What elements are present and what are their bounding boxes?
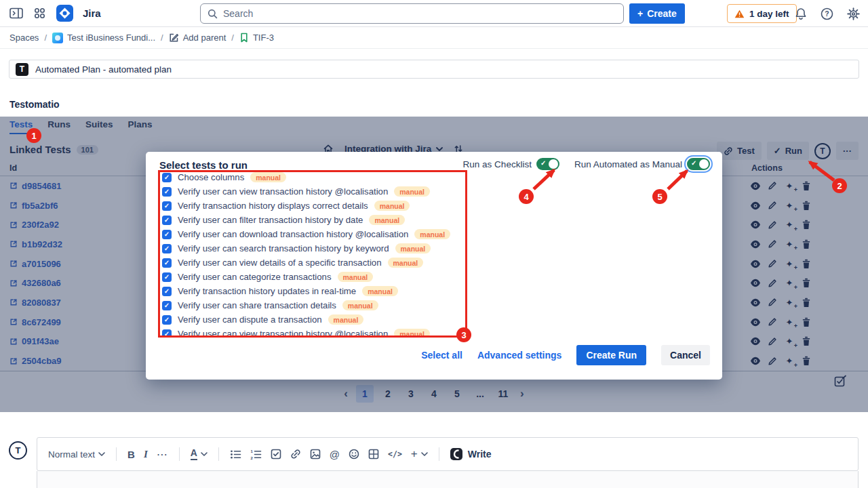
section-heading: Testomatio (9, 99, 60, 110)
testomatio-editor-logo-icon[interactable]: T (9, 441, 27, 460)
breadcrumb-spaces[interactable]: Spaces (9, 33, 39, 43)
modal-title: Select tests to run (159, 159, 248, 171)
breadcrumb-add-parent[interactable]: Add parent (169, 33, 226, 43)
sidebar-toggle-icon[interactable] (8, 6, 24, 20)
run-automated-as-manual-label: Run Automated as Manual (574, 159, 682, 169)
test-label: Choose columns (178, 172, 244, 182)
manual-badge: manual (394, 329, 430, 338)
italic-button[interactable]: I (144, 449, 148, 460)
automated-plan-title: Automated Plan - automated plan (35, 64, 172, 75)
test-checkbox[interactable]: ✓ (162, 216, 172, 225)
modal-footer: Select all Advanced settings Create Run … (421, 345, 710, 365)
run-automated-as-manual-toggle-row: Run Automated as Manual (574, 158, 710, 170)
test-checkbox[interactable]: ✓ (162, 315, 172, 325)
app-name: Jira (83, 7, 101, 19)
test-checkbox-row: ✓ Verify transaction history updates in … (162, 284, 596, 298)
manual-badge: manual (342, 300, 378, 310)
breadcrumb-separator (231, 33, 234, 43)
task-list-button[interactable] (271, 449, 281, 460)
chevron-down-icon (201, 452, 208, 456)
test-checkbox-list: ✓ Choose columns manual ✓ Verify user ca… (162, 170, 596, 338)
manual-badge: manual (395, 243, 431, 253)
run-as-checklist-toggle[interactable] (536, 158, 559, 170)
notifications-icon[interactable] (793, 6, 808, 22)
test-checkbox-row: ✓ Verify user can view transaction histo… (162, 327, 596, 338)
text-color-button[interactable]: A (191, 448, 208, 460)
breadcrumb-separator (44, 33, 47, 43)
more-formatting-button[interactable]: ⋯ (157, 448, 168, 461)
bookmark-icon (239, 33, 249, 43)
testomatio-logo-icon: T (16, 63, 28, 76)
test-checkbox[interactable]: ✓ (162, 187, 172, 197)
manual-badge: manual (328, 314, 364, 325)
search-input[interactable] (223, 8, 616, 19)
select-all-link[interactable]: Select all (421, 350, 462, 361)
svg-text:1: 1 (250, 449, 253, 453)
test-label: Verify user can categorize transactions (178, 272, 332, 282)
cancel-button[interactable]: Cancel (661, 345, 710, 365)
test-checkbox[interactable]: ✓ (162, 287, 172, 296)
test-checkbox-row: ✓ Verify transaction history displays co… (162, 199, 596, 213)
test-label: Verify user can download transaction his… (178, 229, 408, 239)
top-nav: Jira + Create 1 day left ? (0, 0, 868, 27)
write-button[interactable]: Write (450, 448, 492, 460)
run-as-checklist-label: Run as Checklist (463, 159, 532, 169)
create-button[interactable]: + Create (629, 3, 685, 24)
manual-badge: manual (388, 258, 424, 268)
test-checkbox-row: ✓ Verify user can dispute a transaction … (162, 312, 596, 327)
modal-toggles: Run as Checklist Run Automated as Manual (463, 158, 710, 170)
editor-content-area[interactable] (37, 471, 859, 488)
test-checkbox-row: ✓ Verify user can view transaction histo… (162, 184, 596, 199)
jira-logo-icon[interactable] (55, 3, 75, 23)
test-checkbox-row: ✓ Verify user can categorize transaction… (162, 270, 596, 284)
code-button[interactable]: </> (388, 449, 402, 459)
editor-toolbar: Normal text B I ⋯ A 12 @ </> + Write (37, 437, 859, 471)
search-icon (208, 9, 218, 19)
breadcrumb-space[interactable]: Test iBusiness Fundi... (52, 33, 155, 43)
app-switcher-icon[interactable] (33, 6, 47, 20)
create-run-button[interactable]: Create Run (576, 345, 646, 365)
toolbar-divider (179, 447, 180, 461)
emoji-button[interactable] (349, 449, 359, 460)
toolbar-divider (218, 447, 219, 461)
test-checkbox[interactable]: ✓ (162, 272, 172, 282)
plus-icon: + (637, 8, 643, 19)
insert-more-button[interactable]: + (411, 447, 428, 461)
settings-gear-icon[interactable] (846, 6, 861, 22)
breadcrumb: Spaces Test iBusiness Fundi... Add paren… (0, 27, 868, 49)
test-checkbox[interactable]: ✓ (162, 301, 172, 310)
advanced-settings-link[interactable]: Advanced settings (477, 350, 561, 361)
manual-badge: manual (414, 229, 450, 239)
test-checkbox[interactable]: ✓ (162, 173, 172, 182)
test-checkbox[interactable]: ✓ (162, 329, 172, 338)
test-checkbox[interactable]: ✓ (162, 258, 172, 268)
image-button[interactable] (310, 449, 321, 460)
test-label: Verify user can search transaction histo… (178, 243, 389, 253)
text-style-dropdown[interactable]: Normal text (48, 449, 105, 460)
trial-badge[interactable]: 1 day left (727, 4, 797, 23)
search-bar[interactable] (200, 3, 624, 24)
breadcrumb-page[interactable]: TIF-3 (239, 33, 274, 43)
breadcrumb-separator (161, 33, 163, 43)
link-button[interactable] (290, 449, 301, 460)
manual-badge: manual (369, 215, 405, 225)
test-checkbox-row: ✓ Verify user can download transaction h… (162, 227, 596, 241)
bullet-list-button[interactable] (230, 449, 241, 460)
test-checkbox[interactable]: ✓ (162, 230, 172, 239)
bold-button[interactable]: B (127, 449, 135, 460)
numbered-list-button[interactable]: 12 (250, 449, 262, 460)
test-label: Verify transaction history displays corr… (178, 201, 368, 211)
test-checkbox-row: ✓ Verify user can search transaction his… (162, 241, 596, 256)
test-label: Verify transaction history updates in re… (178, 286, 356, 296)
table-button[interactable] (368, 449, 379, 460)
automated-plan-card[interactable]: T Automated Plan - automated plan (9, 60, 859, 79)
manual-badge: manual (250, 172, 286, 182)
help-icon[interactable]: ? (819, 6, 835, 22)
test-checkbox-row: ✓ Verify user can view details of a spec… (162, 256, 596, 270)
mention-button[interactable]: @ (330, 449, 340, 460)
run-automated-as-manual-toggle[interactable] (687, 158, 710, 170)
toolbar-divider (439, 447, 439, 461)
test-checkbox[interactable]: ✓ (162, 244, 172, 253)
test-checkbox[interactable]: ✓ (162, 201, 172, 211)
test-label: Verify user can view transaction history… (178, 329, 388, 338)
